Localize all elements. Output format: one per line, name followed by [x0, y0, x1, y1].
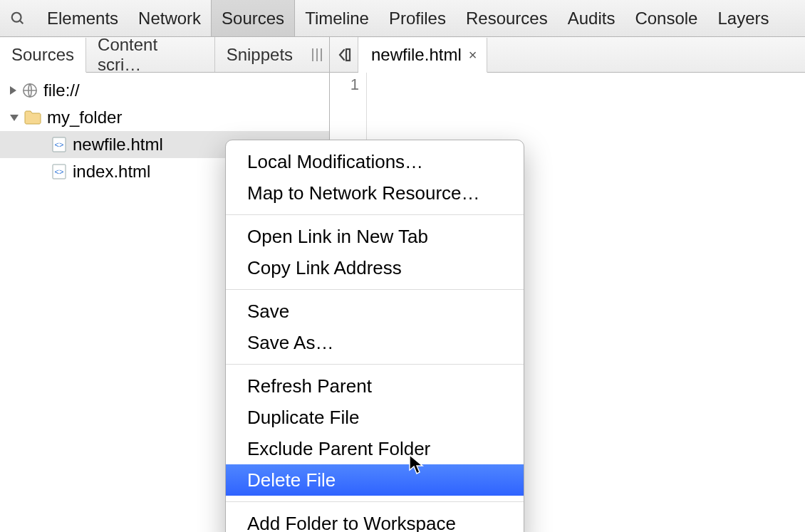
svg-rect-10	[346, 49, 350, 61]
sidebar-tab-sources[interactable]: Sources	[0, 38, 86, 73]
cm-delete-file[interactable]: Delete File	[226, 464, 524, 496]
cm-open-link-new-tab[interactable]: Open Link in New Tab	[226, 221, 524, 252]
devtools-toolbar: Elements Network Sources Timeline Profil…	[0, 0, 805, 37]
toolbar-tab-resources[interactable]: Resources	[456, 0, 558, 36]
cm-save-as[interactable]: Save As…	[226, 327, 524, 358]
cm-map-to-network[interactable]: Map to Network Resource…	[226, 177, 524, 209]
svg-text:<>: <>	[55, 167, 64, 176]
cm-separator	[226, 501, 524, 502]
toolbar-tab-profiles[interactable]: Profiles	[379, 0, 456, 36]
toolbar-tab-sources[interactable]: Sources	[211, 0, 295, 36]
cm-separator	[226, 364, 524, 365]
cm-add-folder-workspace[interactable]: Add Folder to Workspace	[226, 508, 524, 532]
editor-tab-newfile[interactable]: newfile.html ×	[358, 38, 487, 73]
nav-back-icon[interactable]	[330, 37, 358, 72]
toolbar-tab-elements[interactable]: Elements	[37, 0, 128, 36]
editor-tabbar: newfile.html ×	[330, 37, 805, 73]
toolbar-tab-console[interactable]: Console	[625, 0, 707, 36]
svg-line-1	[20, 20, 24, 24]
cm-local-modifications[interactable]: Local Modifications…	[226, 146, 524, 177]
html-file-icon: <>	[51, 137, 67, 152]
toolbar-tab-layers[interactable]: Layers	[707, 0, 779, 36]
tree-root-label: file://	[43, 77, 80, 104]
sidebar-tab-snippets[interactable]: Snippets	[215, 37, 304, 72]
sidebar-tabs: Sources Content scri… Snippets	[0, 37, 329, 73]
toolbar-tab-audits[interactable]: Audits	[558, 0, 625, 36]
chevron-right-icon	[10, 86, 16, 95]
cm-duplicate-file[interactable]: Duplicate File	[226, 402, 524, 433]
toolbar-tab-network[interactable]: Network	[128, 0, 211, 36]
sidebar-tab-content-scripts[interactable]: Content scri…	[86, 37, 215, 72]
svg-point-0	[12, 12, 21, 21]
cm-copy-link-address[interactable]: Copy Link Address	[226, 252, 524, 283]
search-icon[interactable]	[9, 9, 27, 28]
cm-refresh-parent[interactable]: Refresh Parent	[226, 370, 524, 402]
tree-file-label: newfile.html	[73, 131, 163, 158]
context-menu: Local Modifications… Map to Network Reso…	[225, 140, 524, 532]
tree-root-file[interactable]: file://	[10, 77, 329, 104]
tree-folder[interactable]: my_folder	[10, 104, 329, 131]
html-file-icon: <>	[51, 164, 67, 179]
cm-separator	[226, 214, 524, 215]
tree-file-label: index.html	[73, 158, 150, 185]
globe-icon	[22, 83, 38, 98]
svg-text:<>: <>	[55, 140, 64, 149]
drawer-toggle-icon[interactable]	[304, 37, 329, 72]
tree-folder-label: my_folder	[47, 104, 122, 131]
cm-save[interactable]: Save	[226, 296, 524, 327]
cm-separator	[226, 289, 524, 290]
close-icon[interactable]: ×	[469, 47, 477, 63]
cm-exclude-parent-folder[interactable]: Exclude Parent Folder	[226, 433, 524, 464]
folder-icon	[24, 110, 41, 125]
toolbar-tab-timeline[interactable]: Timeline	[295, 0, 379, 36]
editor-tab-label: newfile.html	[371, 45, 462, 65]
line-number: 1	[330, 75, 359, 94]
chevron-down-icon	[10, 115, 19, 121]
